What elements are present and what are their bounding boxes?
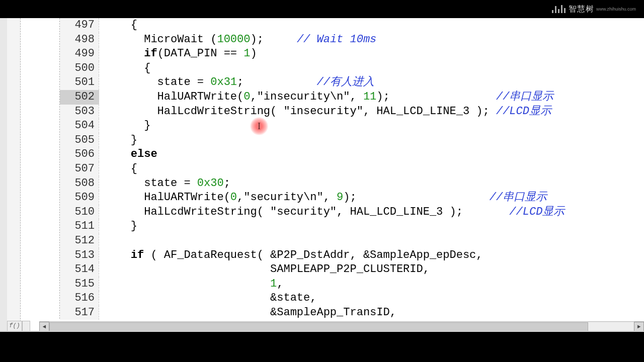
- line-text[interactable]: HalLcdWriteString( "security", HAL_LCD_L…: [99, 205, 644, 220]
- line-text[interactable]: &state,: [99, 291, 644, 306]
- line-text[interactable]: {: [99, 162, 644, 176]
- line-number: 506: [60, 147, 99, 162]
- bookmark-margin: [0, 18, 8, 332]
- line-number: 508: [60, 176, 99, 191]
- line-number: 507: [60, 162, 99, 176]
- brand-text: 智慧树: [569, 4, 594, 15]
- scroll-thumb[interactable]: [49, 322, 588, 331]
- code-line[interactable]: 502 HalUARTWrite(0,"insecurity\n", 11); …: [60, 90, 644, 105]
- code-line[interactable]: 513 if ( AF_DataRequest( &P2P_DstAddr, &…: [60, 248, 644, 263]
- line-number: 504: [60, 119, 99, 133]
- line-number: 502: [60, 90, 99, 105]
- line-number: 516: [60, 291, 99, 306]
- code-line[interactable]: 500 {: [60, 61, 644, 76]
- line-number: 500: [60, 61, 99, 76]
- code-line[interactable]: 514 SAMPLEAPP_P2P_CLUSTERID,: [60, 262, 644, 277]
- line-number: 503: [60, 105, 99, 119]
- fold-margin: [7, 18, 21, 332]
- line-number: 509: [60, 191, 99, 205]
- line-number: 517: [60, 306, 99, 320]
- brand-logo-icon: [552, 5, 566, 13]
- code-line[interactable]: 516 &state,: [60, 291, 644, 306]
- line-text[interactable]: }: [99, 219, 644, 234]
- code-line[interactable]: 507 {: [60, 162, 644, 176]
- line-number: 498: [60, 33, 99, 47]
- line-number: 511: [60, 219, 99, 234]
- line-number: 505: [60, 133, 99, 148]
- code-line[interactable]: 505 }: [60, 133, 644, 148]
- line-text[interactable]: &SampleApp_TransID,: [99, 306, 644, 320]
- brand-sub: www.zhihuishu.com: [596, 7, 636, 12]
- line-number: 501: [60, 75, 99, 90]
- line-text[interactable]: HalUARTWrite(0,"security\n", 9); //串口显示: [99, 191, 644, 205]
- line-text[interactable]: state = 0x31; //有人进入: [99, 75, 644, 90]
- line-text[interactable]: HalUARTWrite(0,"insecurity\n", 11); //串口…: [99, 90, 644, 105]
- code-line[interactable]: 517 &SampleApp_TransID,: [60, 306, 644, 320]
- line-number: 497: [60, 18, 99, 33]
- code-line[interactable]: 501 state = 0x31; //有人进入: [60, 75, 644, 90]
- line-text[interactable]: MicroWait (10000); // Wait 10ms: [99, 33, 644, 47]
- code-line[interactable]: 508 state = 0x30;: [60, 176, 644, 191]
- line-text[interactable]: 1,: [99, 277, 644, 292]
- code-line[interactable]: 503 HalLcdWriteString( "insecurity", HAL…: [60, 105, 644, 119]
- code-editor[interactable]: 497 {498 MicroWait (10000); // Wait 10ms…: [0, 18, 644, 332]
- code-area[interactable]: 497 {498 MicroWait (10000); // Wait 10ms…: [59, 18, 644, 319]
- line-text[interactable]: HalLcdWriteString( "insecurity", HAL_LCD…: [99, 105, 644, 119]
- line-text[interactable]: }: [99, 133, 644, 148]
- line-number: 510: [60, 205, 99, 220]
- code-line[interactable]: 515 1,: [60, 277, 644, 292]
- separator: [0, 331, 644, 332]
- scroll-left-icon[interactable]: ◄: [39, 322, 49, 332]
- code-line[interactable]: 498 MicroWait (10000); // Wait 10ms: [60, 33, 644, 47]
- line-text[interactable]: else: [99, 147, 644, 162]
- gutter-corner: [22, 321, 30, 332]
- video-bottombar: [0, 332, 644, 362]
- line-text[interactable]: [99, 234, 644, 248]
- line-number: 499: [60, 47, 99, 61]
- line-text[interactable]: {: [99, 18, 644, 33]
- scroll-track[interactable]: [49, 322, 634, 331]
- line-number: 513: [60, 248, 99, 263]
- function-indicator[interactable]: f(): [7, 321, 22, 332]
- code-line[interactable]: 504 }: [60, 119, 644, 133]
- line-number: 515: [60, 277, 99, 292]
- code-line[interactable]: 511 }: [60, 219, 644, 234]
- scroll-right-icon[interactable]: ►: [634, 322, 644, 332]
- line-text[interactable]: state = 0x30;: [99, 176, 644, 191]
- code-line[interactable]: 506 else: [60, 147, 644, 162]
- code-line[interactable]: 509 HalUARTWrite(0,"security\n", 9); //串…: [60, 191, 644, 205]
- line-text[interactable]: }: [99, 119, 644, 133]
- line-text[interactable]: if ( AF_DataRequest( &P2P_DstAddr, &Samp…: [99, 248, 644, 263]
- line-text[interactable]: {: [99, 61, 644, 76]
- line-text[interactable]: if(DATA_PIN == 1): [99, 47, 644, 61]
- horizontal-scrollbar[interactable]: ◄ ►: [39, 321, 644, 332]
- line-text[interactable]: SAMPLEAPP_P2P_CLUSTERID,: [99, 262, 644, 277]
- code-line[interactable]: 499 if(DATA_PIN == 1): [60, 47, 644, 61]
- code-line[interactable]: 497 {: [60, 18, 644, 33]
- code-line[interactable]: 510 HalLcdWriteString( "security", HAL_L…: [60, 205, 644, 220]
- line-number: 514: [60, 262, 99, 277]
- code-line[interactable]: 512: [60, 234, 644, 248]
- video-topbar: 智慧树 www.zhihuishu.com: [0, 0, 644, 18]
- line-number: 512: [60, 234, 99, 248]
